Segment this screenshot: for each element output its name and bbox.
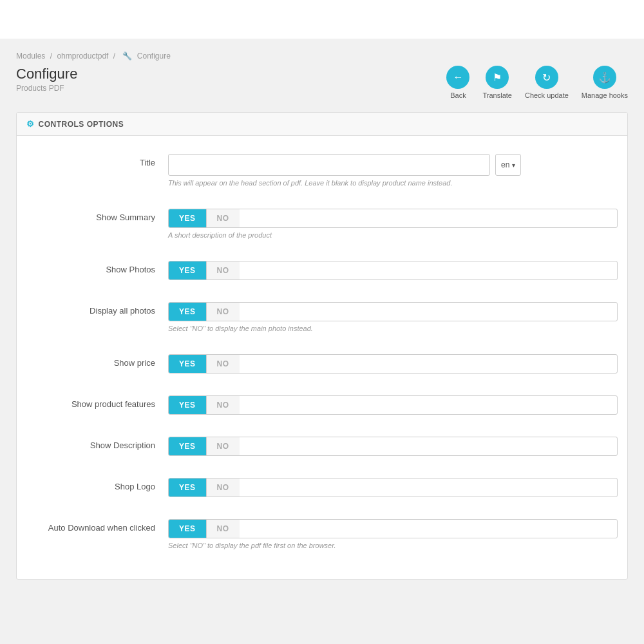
back-button[interactable]: ← Back (446, 66, 469, 99)
auto-download-yes[interactable]: YES (169, 520, 206, 538)
breadcrumb-icon: 🔧 (122, 52, 132, 61)
shop-logo-label: Shop Logo (26, 478, 168, 491)
panel-heading: ⚙ CONTROLS OPTIONS (17, 113, 627, 136)
show-product-features-no[interactable]: NO (206, 396, 240, 414)
show-photos-label: Show Photos (26, 261, 168, 274)
auto-download-help: Select "NO" to display the pdf file firs… (168, 542, 618, 549)
show-product-features-toggle: YES NO (168, 395, 618, 415)
page-subtitle: Products PDF (16, 84, 77, 93)
shop-logo-form-group: Shop Logo YES NO (26, 473, 618, 502)
breadcrumb-ohmproductpdf[interactable]: ohmproductpdf (57, 52, 108, 61)
display-all-photos-toggle: YES NO (168, 302, 618, 321)
show-price-label: Show price (26, 354, 168, 368)
show-summary-yes[interactable]: YES (169, 209, 206, 227)
title-input[interactable] (168, 154, 490, 176)
anchor-icon: ⚓ (593, 66, 616, 89)
auto-download-toggle: YES NO (168, 519, 618, 538)
panel-body: Title en This will appear on the head se… (17, 136, 627, 579)
title-control-wrap: en This will appear on the head section … (168, 154, 618, 187)
show-summary-toggle: YES NO (168, 209, 618, 228)
show-product-features-yes[interactable]: YES (169, 396, 206, 414)
display-all-photos-label: Display all photos (26, 302, 168, 316)
show-price-toggle: YES NO (168, 354, 618, 374)
show-description-yes[interactable]: YES (169, 437, 206, 455)
show-summary-help: A short description of the product (168, 231, 618, 239)
display-all-photos-form-group: Display all photos YES NO Select "NO" to… (26, 297, 618, 337)
page-wrapper: Modules / ohmproductpdf / 🔧 Configure Co… (0, 0, 644, 644)
manage-hooks-button[interactable]: ⚓ Manage hooks (582, 66, 628, 99)
gear-icon: ⚙ (26, 119, 35, 129)
translate-button[interactable]: ⚑ Translate (482, 66, 511, 99)
show-photos-yes[interactable]: YES (169, 261, 206, 279)
back-icon: ← (446, 66, 469, 89)
show-price-yes[interactable]: YES (169, 355, 206, 373)
breadcrumb: Modules / ohmproductpdf / 🔧 Configure (16, 52, 628, 61)
display-all-photos-yes[interactable]: YES (169, 303, 206, 321)
show-summary-control: YES NO A short description of the produc… (168, 209, 618, 239)
lang-selector[interactable]: en (495, 154, 521, 176)
refresh-icon: ↻ (535, 66, 558, 89)
show-photos-toggle: YES NO (168, 261, 618, 280)
show-price-control: YES NO (168, 354, 618, 374)
show-description-form-group: Show Description YES NO (26, 431, 618, 461)
display-all-photos-help: Select "NO" to display the main photo in… (168, 325, 618, 332)
show-summary-form-group: Show Summary YES NO A short description … (26, 204, 618, 244)
page-header: Configure Products PDF ← Back ⚑ Translat… (16, 66, 628, 99)
show-photos-no[interactable]: NO (206, 261, 240, 279)
shop-logo-toggle: YES NO (168, 478, 618, 497)
page-title-block: Configure Products PDF (16, 66, 77, 93)
show-description-toggle: YES NO (168, 437, 618, 456)
translate-icon: ⚑ (486, 66, 509, 89)
auto-download-label: Auto Download when clicked (26, 519, 168, 533)
show-product-features-label: Show product features (26, 395, 168, 409)
show-summary-label: Show Summary (26, 209, 168, 222)
shop-logo-no[interactable]: NO (206, 478, 240, 497)
controls-panel: ⚙ CONTROLS OPTIONS Title en This will ap… (16, 112, 628, 580)
show-description-label: Show Description (26, 437, 168, 450)
title-row: en (168, 154, 618, 176)
show-summary-no[interactable]: NO (206, 209, 240, 227)
auto-download-no[interactable]: NO (206, 520, 240, 538)
display-all-photos-no[interactable]: NO (206, 303, 240, 321)
show-photos-form-group: Show Photos YES NO (26, 256, 618, 285)
show-description-no[interactable]: NO (206, 437, 240, 455)
title-form-group: Title en This will appear on the head se… (26, 149, 618, 192)
content-area: Modules / ohmproductpdf / 🔧 Configure Co… (6, 39, 638, 592)
page-title: Configure (16, 66, 77, 82)
auto-download-form-group: Auto Download when clicked YES NO Select… (26, 514, 618, 554)
display-all-photos-control: YES NO Select "NO" to display the main p… (168, 302, 618, 332)
auto-download-control: YES NO Select "NO" to display the pdf fi… (168, 519, 618, 549)
title-label: Title (26, 154, 168, 167)
check-update-button[interactable]: ↻ Check update (525, 66, 569, 99)
toolbar-buttons: ← Back ⚑ Translate ↻ Check update ⚓ Mana… (446, 66, 628, 99)
show-product-features-control: YES NO (168, 395, 618, 415)
show-price-no[interactable]: NO (206, 355, 240, 373)
show-product-features-form-group: Show product features YES NO (26, 390, 618, 420)
top-bar (0, 0, 644, 39)
show-price-form-group: Show price YES NO (26, 349, 618, 379)
breadcrumb-modules[interactable]: Modules (16, 52, 45, 61)
show-photos-control: YES NO (168, 261, 618, 280)
shop-logo-control: YES NO (168, 478, 618, 497)
shop-logo-yes[interactable]: YES (169, 478, 206, 497)
breadcrumb-configure[interactable]: Configure (137, 52, 171, 61)
show-description-control: YES NO (168, 437, 618, 456)
title-help: This will appear on the head section of … (168, 179, 618, 187)
